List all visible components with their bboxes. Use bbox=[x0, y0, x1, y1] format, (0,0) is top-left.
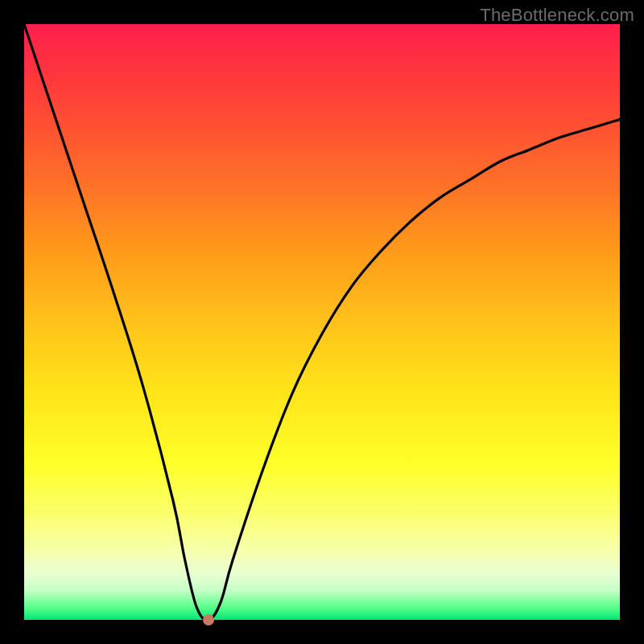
chart-stage: TheBottleneck.com bbox=[0, 0, 644, 644]
curve-path bbox=[24, 24, 620, 620]
watermark-text: TheBottleneck.com bbox=[480, 5, 634, 26]
bottleneck-curve bbox=[24, 24, 620, 620]
optimum-marker bbox=[203, 614, 214, 625]
plot-area bbox=[24, 24, 620, 620]
